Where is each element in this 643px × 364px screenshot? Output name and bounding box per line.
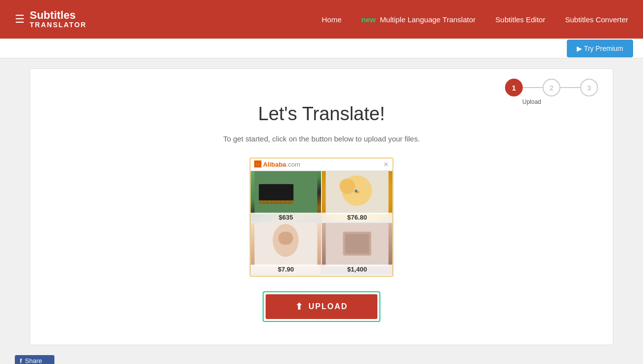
logo-text: Subtitles TRANSLATOR (30, 9, 87, 29)
nav-home[interactable]: Home (322, 15, 342, 24)
social-footer: f Share 🐦 Tweet (15, 355, 628, 364)
upload-button-label: UPLOAD (309, 302, 348, 311)
upload-button[interactable]: ⬆ UPLOAD (266, 294, 378, 319)
main-nav: Home new Multiple Language Translator Su… (322, 15, 628, 24)
nav-new-badge: new (362, 15, 376, 24)
ad-header: 🅰 Alibaba.com ✕ (250, 158, 393, 171)
ad-alibaba-icon: 🅰 (254, 160, 261, 168)
ad-brand: 🅰 Alibaba.com (254, 160, 300, 168)
page-subtitle: To get started, click on the button belo… (50, 135, 593, 143)
step-2: 2 (543, 79, 560, 96)
ad-price-1: $635 (251, 213, 321, 222)
ad-item-4: $1,400 (322, 223, 393, 274)
ad-price-3: $7.90 (251, 265, 321, 274)
share-label: Share (25, 357, 42, 364)
ad-grid: $635 🎭 $76.80 $7.90 (250, 171, 393, 274)
steps-indicator: 1 2 3 Upload (505, 79, 598, 105)
step-1-label: Upload (522, 98, 541, 105)
svg-rect-17 (278, 232, 293, 245)
svg-rect-20 (345, 234, 369, 253)
main-container: 1 2 3 Upload Let's Translate! To get sta… (30, 68, 613, 345)
svg-text:🎭: 🎭 (354, 188, 360, 194)
logo-area: ☰ Subtitles TRANSLATOR (15, 9, 87, 29)
ad-brand-suffix: .com (286, 161, 300, 168)
ad-price-4: $1,400 (322, 265, 392, 274)
nav-subtitles-editor[interactable]: Subtitles Editor (496, 15, 546, 24)
step-line-1 (523, 87, 543, 88)
ad-price-2: $76.80 (322, 213, 392, 222)
top-bar: ▶ Try Premium (0, 39, 643, 58)
logo-subtitles: Subtitles (30, 9, 87, 21)
step-1: 1 (505, 79, 523, 96)
nav-subtitles-converter[interactable]: Subtitles Converter (565, 15, 628, 24)
svg-rect-1 (259, 184, 293, 201)
ad-brand-name: Alibaba (263, 161, 286, 168)
nav-multi-translator-label: Multiple Language Translator (380, 15, 475, 24)
premium-button[interactable]: ▶ Try Premium (567, 40, 633, 57)
nav-multi-translator[interactable]: new Multiple Language Translator (362, 15, 476, 24)
logo-icon: ☰ (15, 13, 25, 26)
ad-item-3: $7.90 (250, 223, 322, 274)
ad-item-2: 🎭 $76.80 (322, 171, 393, 223)
ad-item-1: $635 (250, 171, 322, 223)
logo-translator: TRANSLATOR (30, 21, 87, 29)
step-line-2 (560, 87, 580, 88)
header: ☰ Subtitles TRANSLATOR Home new Multiple… (0, 0, 643, 39)
upload-button-outer: ⬆ UPLOAD (263, 291, 381, 322)
upload-icon: ⬆ (295, 301, 304, 312)
facebook-icon: f (20, 357, 22, 364)
ad-banner: 🅰 Alibaba.com ✕ (250, 158, 393, 276)
page-title: Let's Translate! (50, 103, 593, 125)
svg-point-13 (340, 179, 356, 194)
ad-close-icon[interactable]: ✕ (383, 161, 389, 168)
facebook-share-button[interactable]: f Share (15, 355, 54, 364)
upload-wrapper: ⬆ UPLOAD (50, 291, 593, 322)
steps-row: 1 2 3 (505, 79, 598, 96)
step-3: 3 (580, 79, 598, 96)
